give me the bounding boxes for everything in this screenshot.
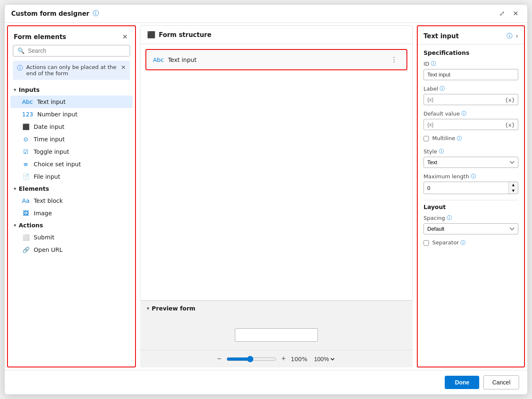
spacing-info-icon[interactable]: ⓘ — [447, 214, 452, 222]
right-panel-info-icon[interactable]: ⓘ — [507, 32, 512, 40]
file-input-label: File input — [34, 173, 60, 180]
label-field-input[interactable] — [424, 94, 518, 105]
max-length-field-input[interactable] — [424, 183, 508, 193]
max-length-field-wrapper: ▲ ▼ — [424, 182, 518, 194]
multiline-checkbox[interactable] — [424, 136, 429, 141]
left-panel: Form elements ✕ 🔍 ⓘ Actions can only be … — [7, 25, 136, 367]
submit-icon: ⬜ — [22, 234, 30, 241]
form-item-icon: Abc — [153, 57, 164, 63]
open-url-icon: 🔗 — [22, 246, 30, 253]
search-box[interactable]: 🔍 — [13, 45, 130, 57]
close-left-panel-button[interactable]: ✕ — [121, 32, 129, 42]
menu-item-text-input[interactable]: Abc Text input — [10, 96, 133, 108]
number-input-label: Number input — [37, 111, 78, 118]
preview-chevron-icon: ▾ — [147, 305, 149, 311]
cancel-button[interactable]: Cancel — [483, 375, 519, 389]
max-length-spinners: ▲ ▼ — [508, 182, 518, 194]
footer: Done Cancel — [5, 370, 527, 394]
elements-section-header[interactable]: ▾ Elements — [8, 183, 135, 195]
left-panel-header: Form elements ✕ — [8, 26, 135, 45]
actions-section-label: Actions — [19, 222, 43, 229]
choice-set-input-icon: ≡ — [22, 161, 30, 167]
menu-item-file-input[interactable]: 📄 File input — [10, 170, 133, 183]
multiline-info-icon[interactable]: ⓘ — [457, 135, 462, 141]
preview-input-field — [235, 328, 318, 342]
inputs-chevron-icon: ▾ — [14, 87, 16, 93]
menu-item-submit[interactable]: ⬜ Submit — [10, 231, 133, 244]
search-input[interactable] — [28, 47, 126, 54]
actions-section-header[interactable]: ▾ Actions — [8, 219, 135, 231]
label-info-icon[interactable]: ⓘ — [440, 85, 445, 92]
form-structure-title: Form structure — [159, 31, 212, 39]
multiline-row: Multiline ⓘ — [424, 135, 518, 142]
separator-info-icon[interactable]: ⓘ — [461, 240, 466, 246]
preview-section: ▾ Preview form − + 100% 100% 75% 50% 125… — [140, 300, 413, 367]
multiline-label[interactable]: Multiline ⓘ — [432, 135, 462, 142]
default-value-field-input[interactable] — [424, 119, 518, 130]
zoom-out-button[interactable]: − — [217, 355, 222, 363]
zoom-slider[interactable] — [227, 356, 276, 362]
elements-section-label: Elements — [19, 185, 49, 192]
menu-item-date-input[interactable]: ⬛ Date input — [10, 121, 133, 133]
menu-item-image[interactable]: 🖼 Image — [10, 207, 133, 219]
menu-item-toggle-input[interactable]: ☑ Toggle input — [10, 145, 133, 158]
inputs-section-header[interactable]: ▾ Inputs — [8, 84, 135, 96]
separator-checkbox[interactable] — [424, 240, 429, 246]
elements-chevron-icon: ▾ — [14, 186, 16, 192]
preview-header[interactable]: ▾ Preview form — [140, 301, 413, 316]
actions-chevron-icon: ▾ — [14, 222, 16, 228]
form-structure-area: ⬛ Form structure Abc Text input ⋮ — [140, 25, 413, 300]
right-panel-header: Text input ⓘ › — [418, 26, 524, 44]
date-input-icon: ⬛ — [22, 123, 30, 130]
menu-item-choice-set-input[interactable]: ≡ Choice set input — [10, 158, 133, 170]
menu-item-text-block[interactable]: Aa Text block — [10, 195, 133, 207]
form-item-row[interactable]: Abc Text input ⋮ — [145, 49, 407, 70]
form-elements-title: Form elements — [14, 33, 66, 41]
max-length-info-icon[interactable]: ⓘ — [471, 173, 476, 180]
zoom-in-button[interactable]: + — [281, 355, 286, 363]
spacing-field-label: Spacing ⓘ — [424, 214, 518, 222]
form-item-label: Text input — [168, 57, 384, 63]
default-value-input-icon: {x} — [505, 121, 515, 128]
max-length-spin-down[interactable]: ▼ — [509, 188, 518, 194]
style-select[interactable]: Text Tel URL Email Password — [424, 157, 518, 168]
label-input-icon: {x} — [505, 96, 515, 103]
center-panel: ⬛ Form structure Abc Text input ⋮ ▾ Prev… — [140, 25, 413, 367]
preview-body — [140, 316, 413, 350]
main-content: Form elements ✕ 🔍 ⓘ Actions can only be … — [5, 23, 527, 370]
text-block-icon: Aa — [22, 197, 30, 204]
label-field-label: Label ⓘ — [424, 85, 518, 92]
toggle-input-label: Toggle input — [34, 148, 69, 155]
zoom-dropdown[interactable]: 100% 75% 50% 125% 150% — [313, 355, 336, 363]
minimize-button[interactable]: ⤢ — [497, 9, 507, 18]
menu-item-number-input[interactable]: 123 Number input — [10, 108, 133, 121]
label-field-wrapper: {x} — [424, 94, 518, 105]
title-bar: Custom form designer ⓘ ⤢ ✕ — [5, 5, 527, 23]
right-panel-content: Specifications ID ⓘ Label ⓘ {x} Default … — [418, 44, 524, 257]
menu-item-time-input[interactable]: ⊙ Time input — [10, 133, 133, 145]
style-info-icon[interactable]: ⓘ — [439, 148, 444, 155]
default-value-field-label: Default value ⓘ — [424, 110, 518, 117]
submit-label: Submit — [34, 234, 54, 241]
right-panel-nav-button[interactable]: › — [516, 32, 518, 40]
title-info-icon[interactable]: ⓘ — [93, 10, 99, 17]
done-button[interactable]: Done — [445, 376, 479, 389]
text-input-icon: Abc — [22, 99, 33, 105]
form-structure-header: ⬛ Form structure — [140, 26, 412, 44]
number-input-icon: 123 — [22, 111, 33, 118]
menu-item-open-url[interactable]: 🔗 Open URL — [10, 244, 133, 256]
inputs-section-label: Inputs — [19, 86, 39, 93]
style-field-label: Style ⓘ — [424, 148, 518, 155]
open-url-label: Open URL — [34, 246, 63, 253]
separator-label[interactable]: Separator ⓘ — [432, 239, 466, 246]
id-info-icon[interactable]: ⓘ — [431, 60, 436, 67]
close-window-button[interactable]: ✕ — [510, 9, 521, 18]
file-input-icon: 📄 — [22, 173, 30, 180]
spacing-select[interactable]: Default None Small Medium Large Extra La… — [424, 223, 518, 234]
default-value-info-icon[interactable]: ⓘ — [461, 110, 466, 117]
id-field-input[interactable] — [424, 69, 518, 80]
info-banner-close-button[interactable]: ✕ — [121, 64, 126, 71]
max-length-spin-up[interactable]: ▲ — [509, 182, 518, 188]
form-item-more-button[interactable]: ⋮ — [388, 55, 400, 64]
info-banner-text: Actions can only be placed at the end of… — [26, 64, 118, 76]
